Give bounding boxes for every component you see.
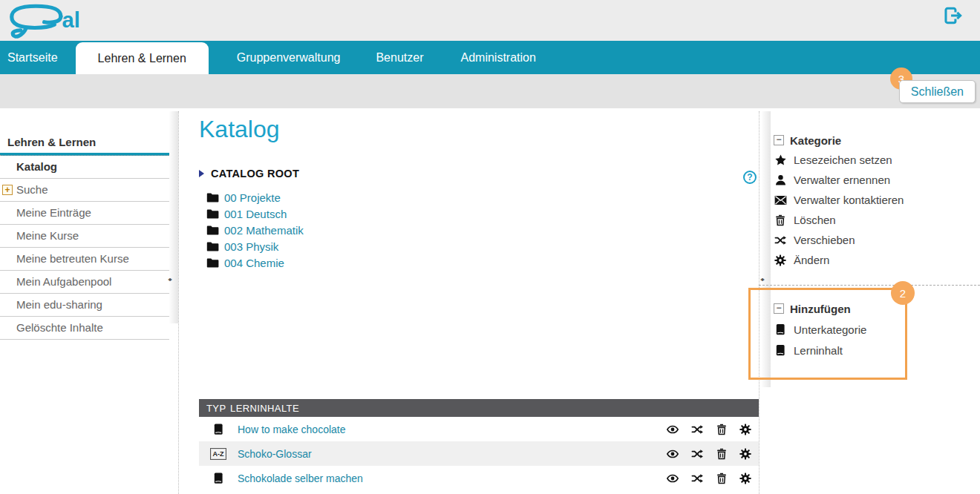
learning-content-table: TYP LERNINHALTE How to make chocolate xyxy=(199,399,759,490)
folder-icon xyxy=(206,225,219,236)
folder-label: 002 Mathematik xyxy=(224,224,304,237)
help-icon[interactable]: ? xyxy=(743,171,757,184)
folder-icon xyxy=(206,208,219,220)
tab-lehren-lernen[interactable]: Lehren & Lernen xyxy=(76,42,209,74)
shuffle-icon[interactable] xyxy=(691,424,704,435)
column-header-typ: TYP xyxy=(199,403,230,414)
sidebar-item-geloeschte-inhalte[interactable]: Gelöschte Inhalte xyxy=(0,317,169,340)
sidebar-item-katalog[interactable]: Katalog xyxy=(0,156,169,179)
expand-plus-icon[interactable]: + xyxy=(2,185,13,195)
sidebar-item-mein-edu-sharing[interactable]: Mein edu-sharing xyxy=(0,294,169,317)
content-title-link[interactable]: Schokolade selber machen xyxy=(238,472,666,484)
gear-icon[interactable] xyxy=(739,424,751,435)
action-verwalter-kontaktieren[interactable]: Verwalter kontaktieren xyxy=(774,190,980,210)
content-title-link[interactable]: How to make chocolate xyxy=(238,424,666,435)
main-navigation: Startseite Lehren & Lernen Gruppenverwal… xyxy=(0,41,980,74)
content-title-link[interactable]: Schoko-Glossar xyxy=(238,448,666,460)
logout-icon[interactable] xyxy=(943,5,964,26)
sub-toolbar: 3 Schließen xyxy=(0,74,980,108)
folder-icon xyxy=(206,192,219,203)
tree-arrow-icon[interactable] xyxy=(199,170,204,177)
close-button[interactable]: Schließen xyxy=(899,80,976,103)
book-icon xyxy=(774,323,787,336)
left-splitter-handle-icon[interactable]: ◂▸ xyxy=(168,276,178,283)
folder-item[interactable]: 001 Deutsch xyxy=(206,205,304,222)
folder-label: 001 Deutsch xyxy=(224,208,287,220)
sidebar-title: Lehren & Lernen xyxy=(0,108,169,153)
left-splitter[interactable] xyxy=(169,111,178,323)
opal-logo[interactable]: al xyxy=(6,2,88,39)
action-verschieben[interactable]: Verschieben xyxy=(774,230,980,250)
sidebar-item-meine-kurse[interactable]: Meine Kurse xyxy=(0,225,169,248)
collapse-minus-icon[interactable]: − xyxy=(774,135,784,145)
action-lerninhalt[interactable]: Lerninhalt xyxy=(774,340,900,360)
trash-icon[interactable] xyxy=(716,424,728,435)
trash-icon[interactable] xyxy=(716,472,728,484)
catalog-root-node[interactable]: CATALOG ROOT xyxy=(199,168,299,180)
eye-icon[interactable] xyxy=(666,424,679,435)
tab-benutzer[interactable]: Benutzer xyxy=(365,41,434,74)
tab-startseite[interactable]: Startseite xyxy=(0,41,68,74)
envelope-icon xyxy=(774,195,787,205)
shuffle-icon[interactable] xyxy=(691,472,704,484)
action-loeschen[interactable]: Löschen xyxy=(774,210,980,230)
content-type-cell xyxy=(199,424,238,435)
action-label: Lerninhalt xyxy=(794,344,843,357)
action-label: Ändern xyxy=(794,254,829,266)
table-header-row: TYP LERNINHALTE xyxy=(199,399,759,417)
folder-icon xyxy=(206,241,219,252)
row-actions xyxy=(666,424,759,435)
folder-item[interactable]: 004 Chemie xyxy=(206,254,304,271)
folder-label: 00 Projekte xyxy=(224,191,281,204)
content-area: Lehren & Lernen Katalog + Suche Meine Ei… xyxy=(0,108,980,494)
category-actions-panel: − Kategorie Lesezeichen setzen Verwalter… xyxy=(774,108,980,270)
content-type-cell xyxy=(199,472,238,484)
eye-icon[interactable] xyxy=(666,472,679,484)
folder-icon xyxy=(206,257,219,269)
table-row: How to make chocolate xyxy=(199,417,759,441)
tab-gruppenverwaltung[interactable]: Gruppenverwaltung xyxy=(226,41,351,74)
trash-icon[interactable] xyxy=(716,448,728,460)
star-icon xyxy=(774,154,787,166)
az-glossary-icon: A-Z xyxy=(210,448,226,460)
gear-icon[interactable] xyxy=(739,472,751,484)
add-section-header[interactable]: − Hinzufügen xyxy=(774,298,900,319)
action-lesezeichen-setzen[interactable]: Lesezeichen setzen xyxy=(774,150,980,170)
gear-icon[interactable] xyxy=(739,448,751,460)
panel-dashed-divider xyxy=(759,285,980,286)
eye-icon[interactable] xyxy=(666,448,679,460)
book-icon xyxy=(774,344,787,357)
row-actions xyxy=(666,472,759,484)
folder-label: 003 Physik xyxy=(224,240,278,253)
right-splitter-handle-icon[interactable]: ◂▸ xyxy=(760,276,771,283)
category-section-header[interactable]: − Kategorie xyxy=(774,131,980,150)
action-label: Verwalter kontaktieren xyxy=(794,194,904,206)
trash-icon xyxy=(774,214,787,226)
content-type-cell: A-Z xyxy=(199,448,238,460)
action-label: Löschen xyxy=(794,214,836,226)
page-title: Katalog xyxy=(199,116,280,143)
tab-administration[interactable]: Administration xyxy=(450,41,546,74)
table-row: A-Z Schoko-Glossar xyxy=(199,441,759,466)
sidebar-item-mein-aufgabenpool[interactable]: Mein Aufgabenpool xyxy=(0,271,169,294)
gear-icon xyxy=(774,254,787,266)
folder-item[interactable]: 003 Physik xyxy=(206,238,304,254)
sidebar-item-meine-betreuten-kurse[interactable]: Meine betreuten Kurse xyxy=(0,248,169,271)
action-unterkategorie[interactable]: Unterkategorie xyxy=(774,319,900,340)
person-icon xyxy=(774,174,787,186)
action-aendern[interactable]: Ändern xyxy=(774,250,980,270)
folder-item[interactable]: 00 Projekte xyxy=(206,189,304,205)
opal-logo-icon: al xyxy=(6,2,88,39)
shuffle-icon[interactable] xyxy=(691,448,704,460)
book-icon xyxy=(212,424,224,435)
top-header: al xyxy=(0,0,980,41)
folder-item[interactable]: 002 Mathematik xyxy=(206,222,304,238)
sidebar-item-meine-eintraege[interactable]: Meine Einträge xyxy=(0,202,169,225)
sidebar-navigation: Lehren & Lernen Katalog + Suche Meine Ei… xyxy=(0,108,169,340)
collapse-minus-icon[interactable]: − xyxy=(774,303,784,314)
sidebar-item-label: Suche xyxy=(16,183,48,196)
action-verwalter-ernennen[interactable]: Verwalter ernennen xyxy=(774,170,980,190)
row-actions xyxy=(666,448,759,460)
catalog-root-label: CATALOG ROOT xyxy=(211,168,299,180)
sidebar-item-suche[interactable]: + Suche xyxy=(0,179,169,202)
